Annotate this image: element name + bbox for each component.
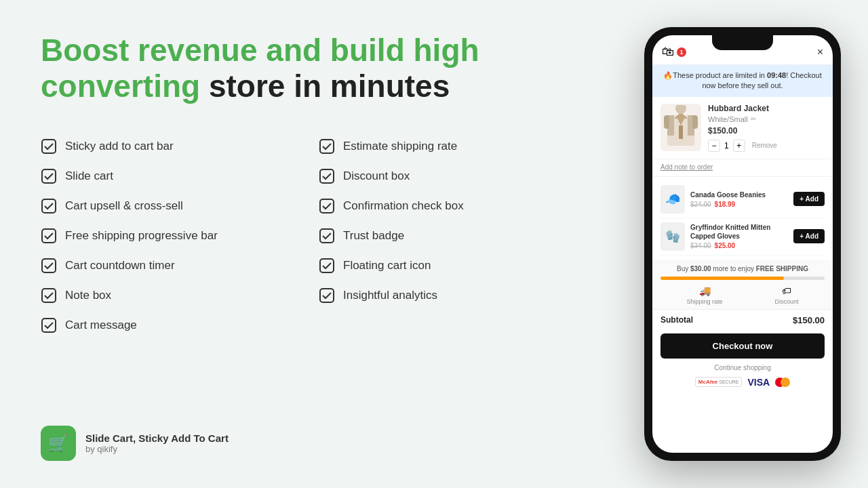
- shipping-progress: Buy $30.00 more to enjoy FREE SHIPPING 🚚…: [652, 260, 833, 309]
- progress-bar: [660, 277, 825, 280]
- cart-item: Hubbard Jacket White/Small ✏ $150.00 − 1…: [652, 97, 833, 159]
- check-icon: [319, 228, 335, 244]
- check-icon: [319, 198, 335, 214]
- price-old: $34.00: [690, 242, 711, 249]
- upsell-details: Canada Goose Beanies $24.00 $18.99: [690, 190, 788, 208]
- upsell-item: 🧢 Canada Goose Beanies $24.00 $18.99 + A…: [660, 181, 825, 218]
- edit-icon[interactable]: ✏: [751, 115, 756, 123]
- add-upsell-button[interactable]: + Add: [793, 192, 825, 206]
- price-old: $24.00: [690, 201, 711, 208]
- app-name: Slide Cart, Sticky Add To Cart: [85, 432, 229, 444]
- svg-rect-12: [320, 289, 334, 302]
- continue-shopping[interactable]: Continue shopping: [652, 361, 833, 374]
- check-icon: [319, 138, 335, 155]
- check-icon: [41, 138, 57, 155]
- left-panel: Boost revenue and build high converting …: [0, 0, 637, 488]
- add-note[interactable]: Add note to order: [652, 159, 833, 177]
- check-icon: [41, 317, 57, 333]
- check-icon: [319, 168, 335, 184]
- check-icon: [319, 258, 335, 274]
- upsell-image: 🧢: [660, 185, 685, 214]
- svg-rect-6: [42, 319, 56, 332]
- check-icon: [41, 258, 57, 274]
- discount-label: Discount: [775, 298, 799, 305]
- item-details: Hubbard Jacket White/Small ✏ $150.00 − 1…: [708, 104, 825, 152]
- mcafee-badge: McAfee SECURE: [695, 377, 743, 387]
- upsell-name: Canada Goose Beanies: [690, 190, 788, 199]
- phone-mockup: 🛍 1 × 🔥These product are limited in 09:4…: [644, 27, 841, 461]
- svg-rect-4: [42, 259, 56, 272]
- svg-rect-11: [320, 259, 334, 272]
- cart-content: Hubbard Jacket White/Small ✏ $150.00 − 1…: [652, 97, 833, 453]
- qty-increase[interactable]: +: [733, 140, 745, 152]
- feature-col-left: Sticky add to cart bar Slide cart Cart u…: [41, 131, 319, 340]
- add-upsell-button[interactable]: + Add: [793, 229, 825, 243]
- cart-subtotal: Subtotal $150.00: [652, 309, 833, 331]
- svg-point-18: [675, 105, 686, 114]
- subtotal-amount: $150.00: [793, 315, 825, 325]
- price-new: $25.00: [715, 242, 736, 249]
- app-info: Slide Cart, Sticky Add To Cart by qikify: [85, 432, 229, 454]
- qty-decrease[interactable]: −: [708, 140, 720, 152]
- free-shipping-label: FREE SHIPPING: [756, 265, 808, 272]
- check-icon: [41, 168, 57, 184]
- check-icon: [319, 287, 335, 304]
- item-variant: White/Small ✏: [708, 115, 825, 123]
- svg-rect-19: [664, 115, 669, 129]
- progress-fill: [660, 277, 784, 280]
- app-by: by qikify: [85, 444, 229, 454]
- item-price: $150.00: [708, 126, 825, 136]
- feature-item: Note box: [41, 281, 319, 310]
- feature-item: Sticky add to cart bar: [41, 131, 319, 161]
- discount-icon: 🏷: [782, 285, 791, 296]
- feature-item: Estimate shipping rate: [319, 131, 597, 161]
- qty-value: 1: [724, 141, 729, 150]
- svg-rect-7: [320, 140, 334, 153]
- shipping-text: Buy $30.00 more to enjoy FREE SHIPPING: [660, 265, 825, 272]
- cart-icon-badge: 🛍 1: [662, 45, 686, 59]
- price-new: $18.99: [715, 201, 736, 208]
- svg-rect-8: [320, 169, 334, 183]
- feature-item: Insightful analytics: [319, 281, 597, 310]
- cart-bag-icon: 🛍: [662, 45, 674, 59]
- phone-screen: 🛍 1 × 🔥These product are limited in 09:4…: [652, 35, 833, 453]
- phone-notch: [712, 35, 773, 50]
- svg-rect-5: [42, 289, 56, 302]
- shipping-icons: 🚚 Shipping rate 🏷 Discount: [660, 285, 825, 305]
- headline: Boost revenue and build high converting …: [41, 33, 597, 104]
- app-icon: 🛒: [41, 426, 76, 461]
- svg-rect-17: [679, 125, 683, 139]
- feature-item: Floating cart icon: [319, 251, 597, 281]
- headline-dark: store in minutes: [200, 68, 450, 104]
- feature-item: Free shipping progressive bar: [41, 221, 319, 251]
- feature-item: Slide cart: [41, 161, 319, 191]
- qty-control: − 1 + Remove: [708, 140, 825, 152]
- features-grid: Sticky add to cart bar Slide cart Cart u…: [41, 131, 597, 340]
- upsell-prices: $34.00 $25.00: [690, 242, 788, 249]
- shipping-label: Shipping rate: [686, 298, 722, 305]
- shipping-amount: $30.00: [690, 265, 711, 272]
- remove-button[interactable]: Remove: [752, 142, 777, 149]
- checkout-button[interactable]: Checkout now: [660, 333, 825, 359]
- feature-col-right: Estimate shipping rate Discount box Conf…: [319, 131, 597, 340]
- cart-badge: 1: [677, 47, 686, 57]
- trust-badges: McAfee SECURE VISA: [652, 374, 833, 393]
- timer-banner: 🔥These product are limited in 09:48! Che…: [652, 65, 833, 97]
- svg-rect-20: [692, 115, 698, 129]
- discount-icon-item: 🏷 Discount: [775, 285, 799, 305]
- app-footer: 🛒 Slide Cart, Sticky Add To Cart by qiki…: [41, 426, 597, 461]
- feature-item: Trust badge: [319, 221, 597, 251]
- visa-badge: VISA: [747, 377, 770, 388]
- shipping-icon-item: 🚚 Shipping rate: [686, 285, 722, 305]
- mc-circle-orange: [781, 378, 790, 387]
- item-image: [660, 104, 701, 151]
- svg-rect-3: [42, 229, 56, 243]
- feature-item: Confirmation check box: [319, 191, 597, 221]
- feature-item: Cart message: [41, 310, 319, 340]
- upsell-details: Gryffindor Knitted Mitten Capped Gloves …: [690, 223, 788, 249]
- check-icon: [41, 198, 57, 214]
- upsell-image: 🧤: [660, 222, 685, 251]
- svg-rect-10: [320, 229, 334, 243]
- headline-green: Boost revenue and build high: [41, 33, 479, 68]
- close-button[interactable]: ×: [817, 46, 823, 58]
